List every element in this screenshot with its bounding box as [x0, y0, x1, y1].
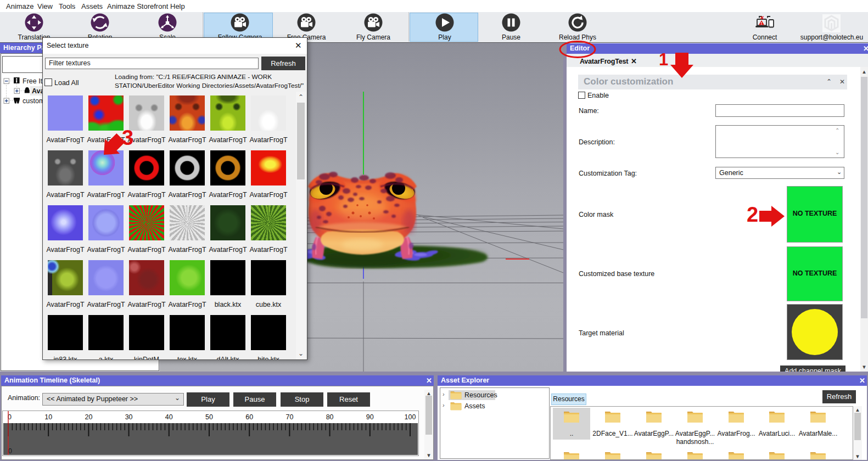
svg-text:70: 70	[285, 413, 293, 421]
svg-text:10: 10	[44, 413, 52, 421]
svg-text:20: 20	[85, 413, 92, 421]
svg-text:90: 90	[366, 413, 374, 421]
svg-text:100: 100	[405, 413, 416, 421]
svg-text:0: 0	[8, 447, 12, 455]
svg-text:50: 50	[205, 413, 213, 421]
svg-text:80: 80	[326, 413, 334, 421]
svg-text:40: 40	[165, 413, 173, 421]
svg-text:!: !	[761, 21, 763, 26]
svg-text:30: 30	[125, 413, 133, 421]
svg-text:60: 60	[245, 413, 253, 421]
svg-text:✕: ✕	[760, 15, 764, 21]
